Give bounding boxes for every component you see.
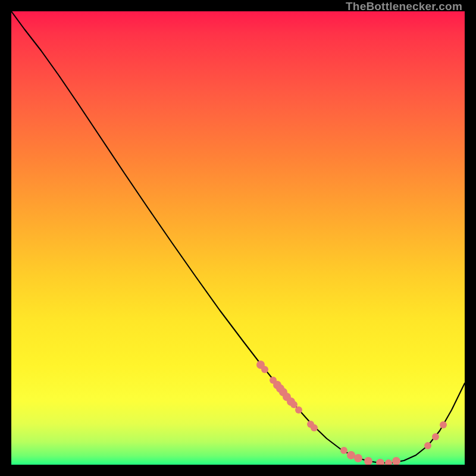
chart-svg (11, 11, 465, 465)
data-point (432, 433, 439, 440)
data-point (354, 454, 362, 462)
data-point (295, 406, 302, 414)
data-point (385, 459, 392, 465)
chart-inner-area (11, 11, 465, 465)
data-point (364, 457, 372, 465)
dot-layer (256, 361, 447, 465)
data-point (347, 451, 355, 459)
data-point (340, 447, 347, 454)
performance-curve (11, 11, 465, 463)
data-point (424, 442, 431, 449)
data-point (290, 401, 298, 408)
data-point (261, 366, 268, 373)
data-point (392, 457, 400, 465)
data-point (440, 421, 447, 428)
chart-frame: TheBottlenecker.com (0, 0, 476, 476)
data-point (376, 459, 384, 465)
data-point (311, 424, 318, 431)
